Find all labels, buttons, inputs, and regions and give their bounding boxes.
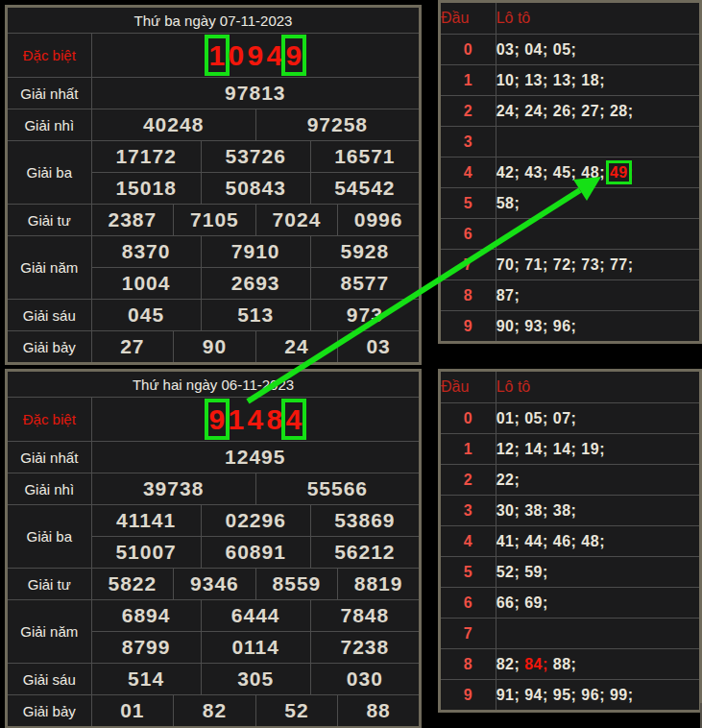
loto-values: 58;: [496, 188, 700, 219]
prize-row: Giải sáu 514 305 030: [7, 664, 421, 695]
loto-row: 001; 05; 07;: [440, 403, 701, 434]
prize-label: Giải nhì: [7, 473, 92, 505]
loto-values: 30; 38; 38;: [496, 496, 700, 526]
loto-digit: 9: [440, 680, 496, 712]
loto-digit: 2: [440, 465, 496, 496]
prize-row: Giải tư 5822 9346 8559 8819: [7, 569, 421, 600]
prize-value: 56212: [310, 537, 420, 569]
loto-values: 42; 43; 45; 48; 49;: [496, 158, 700, 188]
prize-value: 6894: [91, 600, 201, 632]
prize-label: Giải năm: [7, 600, 92, 664]
prize-value: 305: [201, 664, 310, 695]
result-table-06-11-2023: Thứ hai ngày 06-11-2023 Đặc biệt 91484 G…: [5, 369, 422, 728]
prize-value: 7024: [255, 205, 338, 236]
special-prize-label: Đặc biệt: [7, 34, 92, 78]
prize-value: 02296: [201, 505, 310, 537]
loto-values: 24; 24; 26; 27; 28;: [496, 96, 700, 127]
loto-values: 03; 04; 05;: [496, 35, 700, 65]
prize-value: 60891: [201, 537, 310, 569]
prize-row: Giải ba 41141 02296 53869: [7, 505, 421, 537]
loto-digit: 0: [440, 35, 496, 65]
loto-digit: 1: [440, 65, 496, 96]
special-digit-boxed: 1: [207, 37, 227, 73]
loto-values: [496, 219, 700, 250]
loto-row: 224; 24; 26; 27; 28;: [440, 96, 701, 127]
loto-values: 12; 14; 14; 19;: [496, 434, 700, 465]
prize-value: 15018: [91, 173, 201, 205]
prize-value: 8799: [91, 632, 201, 664]
loto-digit: 5: [440, 188, 496, 219]
loto-header-dau: Đầu: [440, 2, 496, 35]
loto-table-07-11-2023: Đầu Lô tô 003; 04; 05; 110; 13; 13; 18; …: [438, 0, 702, 344]
prize-value: 973: [310, 300, 420, 331]
prize-value: 97258: [255, 109, 420, 141]
prize-value: 03: [338, 331, 421, 364]
special-prize-row: Đặc biệt 91484: [7, 398, 421, 442]
prize-value: 8559: [255, 569, 338, 600]
prize-label: Giải bảy: [7, 331, 92, 364]
loto-values-suffix: 88;: [548, 656, 577, 672]
loto-values: 22;: [496, 465, 700, 496]
loto-digit: 2: [440, 96, 496, 127]
prize-value: 0114: [201, 632, 310, 664]
loto-row: 666; 69;: [440, 588, 701, 619]
loto-header-dau: Đầu: [440, 371, 496, 403]
prize-value: 24: [255, 331, 338, 364]
prize-label: Giải ba: [7, 141, 92, 205]
date-row: Thứ hai ngày 06-11-2023: [7, 371, 421, 398]
prize-row: Giải tư 2387 7105 7024 0996: [7, 205, 421, 236]
prize-value: 97813: [91, 78, 420, 109]
loto-row: 7: [440, 619, 701, 649]
prize-label: Giải sáu: [7, 664, 92, 695]
prize-label: Giải sáu: [7, 300, 92, 331]
prize-value: 39738: [91, 473, 255, 505]
prize-value: 2693: [201, 268, 310, 300]
loto-values: 82; 84; 88;: [496, 649, 700, 680]
highlighted-loto-boxed: 49: [610, 164, 628, 181]
loto-digit: 0: [440, 403, 496, 434]
prize-value: 7910: [201, 236, 310, 268]
prize-value: 41141: [91, 505, 201, 537]
prize-value: 51007: [91, 537, 201, 569]
loto-row: 6: [440, 219, 701, 250]
loto-digit: 4: [440, 526, 496, 557]
prize-row: Giải bảy 27 90 24 03: [7, 331, 421, 364]
loto-row: 3: [440, 127, 701, 158]
prize-value: 8819: [338, 569, 421, 600]
loto-values: 91; 94; 95; 96; 99;: [496, 680, 700, 712]
loto-digit: 6: [440, 219, 496, 250]
prize-value: 8370: [91, 236, 201, 268]
loto-values: [496, 619, 700, 649]
prize-row: Giải nhì 39738 55566: [7, 473, 421, 505]
special-prize-label: Đặc biệt: [7, 398, 92, 442]
prize-value: 5822: [91, 569, 174, 600]
loto-values: 70; 71; 72; 73; 77;: [496, 250, 700, 280]
prize-value: 16571: [310, 141, 420, 173]
prize-row: Giải bảy 01 82 52 88: [7, 695, 421, 728]
result-table-07-11-2023: Thứ ba ngày 07-11-2023 Đặc biệt 10949 Gi…: [5, 5, 422, 365]
loto-header-row: Đầu Lô tô: [440, 2, 701, 35]
loto-values: 87;: [496, 280, 700, 311]
loto-digit: 3: [440, 127, 496, 158]
prize-row: Giải nhì 40248 97258: [7, 109, 421, 141]
prize-value: 88: [338, 695, 421, 728]
special-prize-value: 10949: [91, 34, 420, 78]
loto-digit: 5: [440, 557, 496, 588]
special-digit-boxed: 4: [284, 401, 303, 437]
prize-value: 7848: [310, 600, 420, 632]
loto-header-loto: Lô tô: [496, 371, 700, 403]
loto-values-prefix: 42; 43; 45; 48;: [496, 164, 610, 181]
loto-row: 441; 44; 46; 48;: [440, 526, 701, 557]
prize-value: 513: [201, 300, 310, 331]
special-digit: 1: [227, 401, 246, 437]
loto-digit: 9: [440, 311, 496, 343]
special-digit-boxed: 9: [207, 401, 227, 437]
prize-value: 27: [91, 331, 174, 364]
prize-label: Giải tư: [7, 569, 92, 600]
prize-value: 53726: [201, 141, 310, 173]
special-digit: 0: [227, 37, 246, 73]
highlighted-loto: 84;: [524, 656, 548, 672]
loto-digit: 4: [440, 158, 496, 188]
loto-values-suffix: ;: [628, 164, 634, 181]
prize-value: 7105: [174, 205, 256, 236]
